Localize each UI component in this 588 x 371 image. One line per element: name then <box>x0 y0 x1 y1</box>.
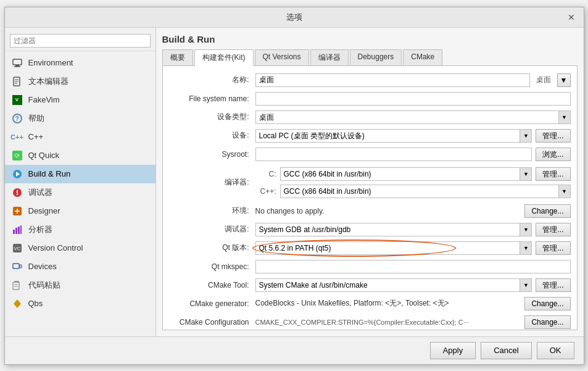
device-type-label: 设备类型: <box>169 112 255 122</box>
sidebar-label-designer: Designer <box>28 206 60 215</box>
svg-rect-0 <box>13 59 22 65</box>
main-panel: Build & Run 概要 构建套件(Kit) Qt Versions 编译器… <box>156 28 584 336</box>
name-control: 桌面 ▼ <box>255 73 571 87</box>
svg-rect-17 <box>18 227 20 234</box>
sidebar-item-analyzer[interactable]: 分析器 <box>5 220 155 239</box>
env-value: No changes to apply. <box>255 207 325 215</box>
debugger-select-wrap: System GDB at /usr/bin/gdb ▼ <box>255 223 532 236</box>
tab-cmake[interactable]: CMake <box>403 49 442 65</box>
bottom-bar: Apply Cancel OK <box>5 336 584 364</box>
close-button[interactable]: ✕ <box>565 11 578 23</box>
device-select[interactable]: Local PC (桌面 类型的默认设备) <box>255 129 532 143</box>
sidebar-item-version-control[interactable]: VC Version Control <box>5 239 155 257</box>
sidebar-label-text-editor: 文本编辑器 <box>28 76 68 87</box>
manage-qt-button[interactable]: 管理... <box>536 241 570 255</box>
sidebar-label-code-paste: 代码粘贴 <box>28 280 60 291</box>
compiler-cpp-select-wrap: GCC (x86 64bit in /usr/bin) ▼ <box>280 185 571 198</box>
manage-cmake-button[interactable]: 管理... <box>536 278 570 292</box>
cmake-generator-label: CMake generator: <box>169 299 255 308</box>
tab-kits[interactable]: 构建套件(Kit) <box>194 49 254 66</box>
svg-rect-16 <box>15 228 17 234</box>
sidebar-item-build-run[interactable]: Build & Run <box>5 165 155 183</box>
cancel-button[interactable]: Cancel <box>481 342 531 359</box>
manage-debugger-button[interactable]: 管理... <box>536 223 570 236</box>
env-control: No changes to apply. Change... <box>255 204 571 218</box>
compiler-cpp-row: C++: GCC (x86 64bit in /usr/bin) ▼ <box>255 183 571 199</box>
sysroot-row: Sysroot: 浏览... <box>169 145 571 164</box>
compiler-control: C: GCC (x86 64bit in /usr/bin) ▼ 管理... C… <box>255 166 571 199</box>
sidebar-item-code-paste[interactable]: 代码粘贴 <box>5 276 155 294</box>
compiler-c-select-wrap: GCC (x86 64bit in /usr/bin) ▼ <box>280 167 532 181</box>
sidebar-item-text-editor[interactable]: 文本编辑器 <box>5 72 155 91</box>
name-dropdown-btn[interactable]: ▼ <box>557 73 571 87</box>
cmake-tool-control: System CMake at /usr/bin/cmake ▼ 管理... <box>255 278 571 292</box>
sidebar-item-devices[interactable]: Devices <box>5 257 155 276</box>
tab-qt-versions[interactable]: Qt Versions <box>255 49 309 65</box>
name-input[interactable] <box>255 73 530 87</box>
sidebar-item-environment[interactable]: Environment <box>5 54 155 72</box>
sidebar-label-debugger: 调试器 <box>28 187 52 198</box>
designer-icon <box>11 205 23 217</box>
monitor-icon <box>11 57 23 69</box>
content-area: Environment 文本编辑器 V FakeVim ? 帮助 <box>5 28 584 336</box>
cmake-config-label: CMake Configuration <box>169 318 255 327</box>
qt-version-row: Qt 版本: Qt 5.6.2 in PATH (qt5) ▼ 管理... <box>169 239 571 257</box>
cmake-generator-row: CMake generator: CodeBlocks - Unix Makef… <box>169 294 571 313</box>
svg-rect-1 <box>15 65 19 66</box>
qt-version-control: Qt 5.6.2 in PATH (qt5) ▼ 管理... <box>255 241 571 255</box>
sidebar-item-qt-quick[interactable]: Qt Qt Quick <box>5 146 155 165</box>
cmake-tool-row: CMake Tool: System CMake at /usr/bin/cma… <box>169 276 571 294</box>
change-env-button[interactable]: Change... <box>524 204 570 218</box>
tabs-bar: 概要 构建套件(Kit) Qt Versions 编译器 Debuggers C… <box>162 49 578 66</box>
sidebar-item-help[interactable]: ? 帮助 <box>5 109 155 128</box>
change-cmake-cfg-button[interactable]: Change... <box>524 315 570 329</box>
device-select-wrap: Local PC (桌面 类型的默认设备) ▼ <box>255 129 532 143</box>
sidebar-item-cpp[interactable]: C++ C++ <box>5 128 155 146</box>
qt-version-label: Qt 版本: <box>169 243 255 253</box>
manage-compiler-button[interactable]: 管理... <box>536 167 570 181</box>
sidebar: Environment 文本编辑器 V FakeVim ? 帮助 <box>5 28 156 336</box>
qt-mkspec-input[interactable] <box>255 260 571 273</box>
compiler-cpp-select[interactable]: GCC (x86 64bit in /usr/bin) <box>280 185 571 198</box>
browse-button[interactable]: 浏览... <box>536 148 570 161</box>
sidebar-label-qbs: Qbs <box>28 299 43 308</box>
sysroot-input[interactable] <box>255 148 532 161</box>
compiler-c-select[interactable]: GCC (x86 64bit in /usr/bin) <box>280 167 532 181</box>
sidebar-item-debugger[interactable]: 调试器 <box>5 183 155 202</box>
cmake-tool-select-wrap: System CMake at /usr/bin/cmake ▼ <box>255 278 532 292</box>
filesystem-input[interactable] <box>255 92 571 106</box>
tab-debuggers[interactable]: Debuggers <box>350 49 402 65</box>
qt-quick-icon: Qt <box>11 149 23 162</box>
svg-rect-18 <box>20 225 22 234</box>
change-cmake-gen-button[interactable]: Change... <box>524 297 570 311</box>
device-type-select[interactable]: 桌面 <box>255 110 571 124</box>
device-type-control: 桌面 ▼ <box>255 110 571 124</box>
apply-button[interactable]: Apply <box>430 342 476 359</box>
debugger-select[interactable]: System GDB at /usr/bin/gdb <box>255 223 532 236</box>
cmake-generator-value: CodeBlocks - Unix Makefiles, Platform: <… <box>255 298 521 309</box>
sidebar-item-designer[interactable]: Designer <box>5 202 155 220</box>
cmake-tool-select[interactable]: System CMake at /usr/bin/cmake <box>255 278 532 292</box>
env-label: 环境: <box>169 206 255 216</box>
ok-button[interactable]: OK <box>537 342 574 359</box>
svg-text:VC: VC <box>14 246 20 251</box>
svg-rect-22 <box>20 265 22 268</box>
panel-title: Build & Run <box>162 34 578 44</box>
cmake-generator-control: CodeBlocks - Unix Makefiles, Platform: <… <box>255 297 571 311</box>
filter-input[interactable] <box>10 34 151 48</box>
tab-overview[interactable]: 概要 <box>162 49 193 65</box>
env-row: 环境: No changes to apply. Change... <box>169 202 571 220</box>
cmake-tool-label: CMake Tool: <box>169 281 255 290</box>
sidebar-item-qbs[interactable]: Qbs <box>5 294 155 313</box>
device-control: Local PC (桌面 类型的默认设备) ▼ 管理... <box>255 129 571 143</box>
qt-version-select[interactable]: Qt 5.6.2 in PATH (qt5) <box>255 241 532 255</box>
cmake-config-control: CMAKE_CXX_COMPILER:STRING=%{Compiler:Exe… <box>255 315 571 329</box>
cpp-icon: C++ <box>11 131 23 143</box>
compiler-cpp-prefix: C++: <box>255 187 280 196</box>
compiler-c-row: C: GCC (x86 64bit in /usr/bin) ▼ 管理... <box>255 166 571 182</box>
sidebar-item-fakevim[interactable]: V FakeVim <box>5 91 155 109</box>
compiler-row: 编译器: C: GCC (x86 64bit in /usr/bin) ▼ 管理… <box>169 164 571 202</box>
tab-compilers[interactable]: 编译器 <box>310 49 349 65</box>
manage-device-button[interactable]: 管理... <box>536 129 570 143</box>
qt-mkspec-control <box>255 260 571 273</box>
